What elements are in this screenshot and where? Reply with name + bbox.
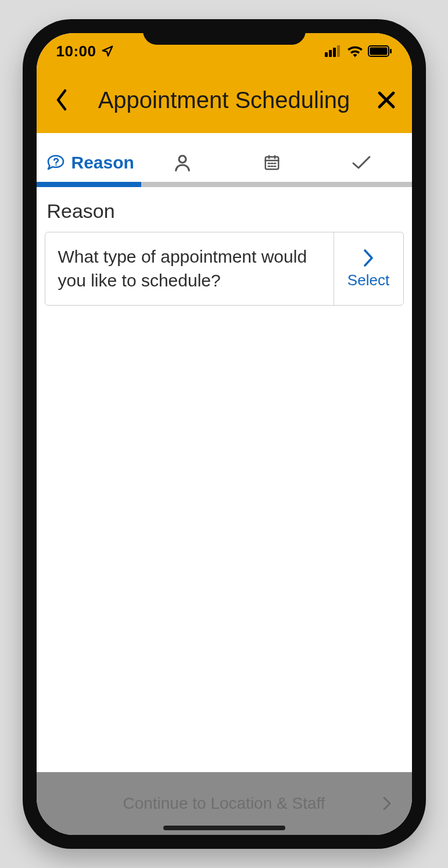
screen: 10:00	[37, 33, 412, 835]
check-icon	[352, 155, 371, 170]
app-header: Appointment Scheduling	[37, 69, 412, 133]
device-frame: 10:00	[23, 19, 426, 849]
close-icon	[376, 89, 397, 110]
continue-button[interactable]: Continue to Location & Staff	[37, 772, 412, 835]
svg-rect-3	[337, 45, 340, 57]
status-right	[325, 45, 392, 58]
card-question: What type of appointment would you like …	[45, 232, 334, 305]
page-title: Appointment Scheduling	[98, 87, 350, 113]
chevron-left-icon	[54, 88, 69, 112]
step-person[interactable]	[138, 153, 227, 181]
section-title: Reason	[45, 196, 404, 232]
person-icon	[173, 153, 192, 172]
step-confirm[interactable]	[317, 155, 406, 180]
battery-icon	[368, 45, 392, 57]
calendar-icon	[263, 154, 281, 171]
home-indicator	[163, 826, 285, 830]
svg-rect-1	[329, 50, 332, 57]
appointment-type-card[interactable]: What type of appointment would you like …	[45, 232, 404, 306]
status-time: 10:00	[56, 42, 114, 60]
close-button[interactable]	[371, 84, 402, 116]
svg-rect-0	[325, 52, 328, 57]
svg-rect-6	[390, 49, 392, 53]
svg-point-10	[179, 156, 186, 163]
signal-icon	[325, 45, 342, 57]
speech-question-icon	[46, 154, 66, 171]
svg-rect-5	[370, 48, 387, 55]
device-notch	[143, 19, 306, 45]
status-time-text: 10:00	[56, 42, 96, 60]
step-label: Reason	[71, 153, 134, 173]
back-button[interactable]	[46, 84, 77, 116]
select-label: Select	[347, 271, 389, 289]
progress-bar	[37, 182, 412, 187]
continue-label: Continue to Location & Staff	[123, 794, 325, 813]
wifi-icon	[347, 45, 363, 58]
svg-rect-2	[333, 48, 336, 57]
svg-point-9	[55, 164, 56, 166]
select-button[interactable]: Select	[334, 232, 403, 305]
chevron-right-icon	[382, 795, 392, 812]
step-reason[interactable]: Reason	[42, 153, 138, 182]
location-icon	[101, 45, 114, 58]
progress-filled	[37, 182, 142, 187]
stepper: Reason	[37, 139, 412, 182]
step-date[interactable]	[227, 154, 317, 181]
chevron-right-icon	[362, 248, 375, 268]
content-area: Reason What type of appointment would yo…	[37, 187, 412, 772]
